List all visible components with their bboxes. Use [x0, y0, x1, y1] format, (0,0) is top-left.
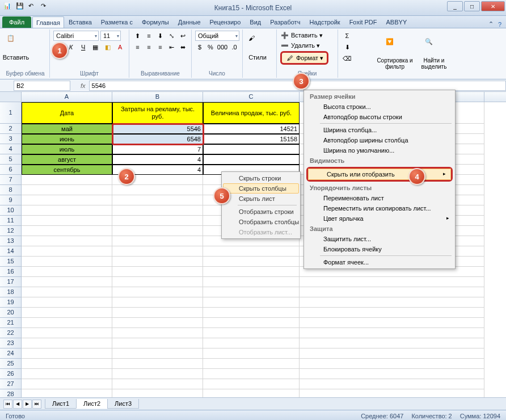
col-header-a[interactable]: A [22, 92, 112, 102]
inc-dec-button[interactable]: .0 [230, 42, 239, 52]
cell[interactable] [300, 277, 484, 287]
cell[interactable] [203, 267, 300, 277]
indent-dec-button[interactable]: ⇤ [167, 42, 176, 52]
cell-month[interactable]: май [22, 124, 112, 134]
cell[interactable] [112, 257, 203, 267]
fill-color-button[interactable]: ◧ [103, 42, 113, 52]
cell[interactable] [300, 338, 484, 348]
cell[interactable] [112, 277, 203, 287]
tab-insert[interactable]: Вставка [64, 16, 96, 28]
cell[interactable] [112, 205, 203, 216]
row-header[interactable]: 15 [0, 257, 22, 267]
cell[interactable] [112, 226, 203, 236]
merge-button[interactable]: ⬌ [178, 42, 188, 52]
sheet-nav-next[interactable]: ▶ [23, 400, 32, 409]
cell-c[interactable] [203, 154, 300, 165]
tab-home[interactable]: Главная [32, 16, 64, 28]
cell[interactable] [112, 338, 203, 348]
row-header[interactable]: 28 [0, 389, 22, 397]
sheet-nav-first[interactable]: ⏮ [3, 400, 12, 409]
tab-abbyy[interactable]: ABBYY [382, 16, 412, 28]
cell[interactable] [203, 348, 300, 359]
fill-button[interactable]: ⬇ [341, 42, 353, 52]
cell[interactable] [22, 348, 112, 359]
minimize-ribbon-icon[interactable]: ⌃ [488, 20, 494, 28]
font-name-combo[interactable]: Calibri [53, 31, 99, 41]
font-color-button[interactable]: A [115, 42, 125, 52]
cell[interactable] [300, 379, 484, 389]
cell-b[interactable]: 4 [112, 154, 203, 165]
currency-button[interactable]: $ [195, 42, 204, 52]
cell[interactable] [300, 389, 484, 397]
cell[interactable] [22, 246, 112, 257]
cell[interactable] [300, 287, 484, 297]
name-box[interactable]: B2 [14, 81, 70, 91]
tab-foxit[interactable]: Foxit PDF [345, 16, 382, 28]
styles-button[interactable]: 🖌 Стили [246, 31, 269, 65]
align-left-button[interactable]: ≡ [133, 42, 142, 52]
sheet-nav-last[interactable]: ⏭ [32, 400, 41, 409]
sheet-tab-3[interactable]: Лист3 [107, 399, 139, 409]
border-button[interactable]: ▦ [90, 42, 101, 52]
align-mid-button[interactable]: ≡ [144, 31, 154, 41]
row-header[interactable]: 20 [0, 308, 22, 318]
row-header[interactable]: 6 [0, 165, 22, 175]
format-menu-hide-show[interactable]: Скрыть или отобразить [308, 169, 451, 180]
format-menu-move[interactable]: Переместить или скопировать лист... [305, 203, 454, 213]
submenu-hide-sheet[interactable]: Скрыть лист [223, 194, 299, 204]
row-header[interactable]: 23 [0, 338, 22, 348]
row-header[interactable]: 16 [0, 267, 22, 277]
row-header[interactable]: 27 [0, 379, 22, 389]
cell-c[interactable]: 15158 [203, 134, 300, 144]
cell[interactable] [203, 359, 300, 369]
row-header[interactable]: 12 [0, 226, 22, 236]
cell[interactable] [203, 389, 300, 397]
format-menu-col-width[interactable]: Ширина столбца... [305, 125, 454, 135]
delete-cells-button[interactable]: Удалить [291, 42, 315, 49]
number-format-combo[interactable]: Общий [195, 31, 239, 41]
cell[interactable] [22, 338, 112, 348]
row-header[interactable]: 9 [0, 195, 22, 205]
cell[interactable] [300, 318, 484, 328]
clear-button[interactable]: ⌫ [341, 53, 353, 64]
cell-month[interactable]: сентябрь [22, 165, 112, 175]
cell[interactable] [112, 297, 203, 308]
cell-month[interactable]: июнь [22, 134, 112, 144]
format-button[interactable]: 🖉Формат ▾ [280, 51, 328, 65]
minimize-button[interactable]: _ [447, 1, 463, 11]
cell-b1[interactable]: Затраты на рекламу, тыс. руб. [112, 102, 203, 124]
col-header-b[interactable]: B [112, 92, 203, 102]
align-bot-button[interactable]: ⬇ [155, 31, 165, 41]
cell[interactable] [300, 328, 484, 338]
cell[interactable] [22, 389, 112, 397]
find-select-button[interactable]: 🔍 Найти и выделить [416, 37, 452, 71]
paste-button[interactable]: 📋 Вставить [5, 31, 27, 65]
row-header[interactable]: 8 [0, 185, 22, 195]
undo-icon[interactable]: ↶ [28, 2, 37, 11]
cell[interactable] [22, 308, 112, 318]
cell[interactable] [112, 328, 203, 338]
orientation-button[interactable]: ⤡ [167, 31, 176, 41]
tab-data[interactable]: Данные [174, 16, 205, 28]
format-menu-row-height[interactable]: Высота строки... [305, 102, 454, 112]
row-header[interactable]: 24 [0, 348, 22, 359]
row-header[interactable]: 4 [0, 144, 22, 154]
cell[interactable] [22, 359, 112, 369]
row-header[interactable]: 10 [0, 205, 22, 216]
sheet-tab-2[interactable]: Лист2 [76, 399, 108, 409]
align-top-button[interactable]: ⬆ [133, 31, 142, 41]
cell-c[interactable]: 14521 [203, 124, 300, 134]
cell[interactable] [22, 205, 112, 216]
cell[interactable] [22, 297, 112, 308]
cell-a1[interactable]: Дата [22, 102, 112, 124]
sheet-nav-prev[interactable]: ◀ [13, 400, 22, 409]
row-header[interactable]: 19 [0, 297, 22, 308]
col-header-c[interactable]: C [203, 92, 300, 102]
format-menu-lock[interactable]: Блокировать ячейку [305, 244, 454, 254]
submenu-hide-cols[interactable]: Скрыть столбцы [223, 183, 299, 194]
cell[interactable] [112, 359, 203, 369]
tab-review[interactable]: Рецензиро [205, 16, 246, 28]
cell[interactable] [203, 379, 300, 389]
row-header[interactable]: 18 [0, 287, 22, 297]
format-menu-auto-row-height[interactable]: Автоподбор высоты строки [305, 112, 454, 122]
